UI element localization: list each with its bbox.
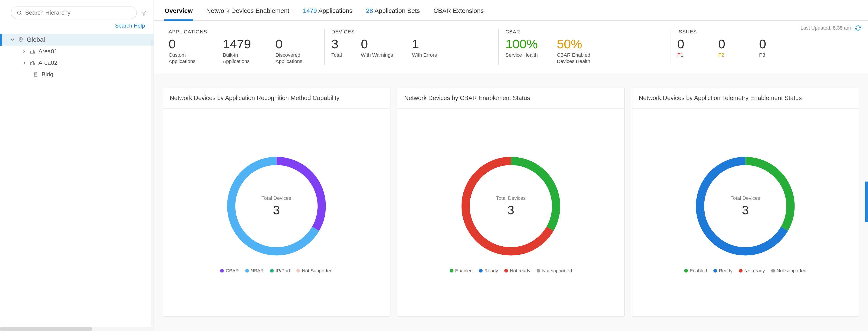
tab-network-devices-enablement[interactable]: Network Devices Enablement [206,5,290,20]
last-updated-text: Last Updated: 8:38 am [800,25,851,31]
card-title: Network Devices by Appliction Telemetry … [632,88,859,109]
metric-devices-errors[interactable]: 1 With Errors [412,37,437,58]
group-title: DEVICES [331,29,485,35]
legend-item[interactable]: Not supported [537,268,572,273]
tree-node-label: Global [27,36,45,43]
legend-label: Not Supported [302,268,332,273]
summary-devices: DEVICES 3 Total 0 With Warnings 1 With E… [324,29,499,65]
tab-applications[interactable]: 1479 Applications [303,5,353,20]
metric-discovered-applications[interactable]: 0 Discovered Applications [276,37,311,65]
metric-issues-p2[interactable]: 0 P2 [718,37,725,58]
tree-node-bldg[interactable]: Bldg [0,69,153,80]
donut-chart-2[interactable]: Total Devices 3 [452,147,569,265]
metric-label: Custom Applications [168,52,204,65]
legend-3: EnabledReadyNot readyNot supported [684,265,807,280]
building-group-icon [30,60,35,66]
svg-point-0 [18,11,21,14]
legend-label: Enabled [455,268,473,273]
svg-rect-6 [34,52,35,53]
metric-cbar-enabled-health[interactable]: 50% CBAR Enabled Devices Health [557,37,602,65]
legend-item[interactable]: Not Supported [296,268,332,273]
tree-node-global[interactable]: Global [0,34,153,45]
legend-label: Ready [485,268,498,273]
metric-label: P1 [677,52,684,59]
donut-center-label: Total Devices [731,195,760,201]
summary-issues: ISSUES 0 P1 0 P2 0 P3 [671,29,866,65]
donut-chart-1[interactable]: Total Devices 3 [218,147,335,265]
legend-item[interactable]: IP/Port [270,268,290,273]
metric-builtin-applications[interactable]: 1479 Built-in Applications [223,37,256,65]
legend-label: Enabled [690,268,707,273]
metric-service-health[interactable]: 100% Service Health [505,37,538,65]
pin-icon [18,37,24,42]
legend-dot-icon [771,269,775,272]
legend-item[interactable]: Not ready [739,268,765,273]
legend-label: Not ready [744,268,765,273]
card-app-recognition-capability: Network Devices by Application Recogniti… [163,88,390,317]
metric-devices-warnings[interactable]: 0 With Warnings [361,37,393,58]
svg-rect-4 [31,51,32,53]
building-group-icon [30,49,35,54]
legend-label: IP/Port [276,268,290,273]
tab-application-sets-label: Application Sets [373,7,420,14]
metric-label: With Warnings [361,52,393,59]
legend-dot-icon [537,269,540,272]
metric-label: Service Health [505,52,538,59]
donut-chart-3[interactable]: Total Devices 3 [686,147,804,265]
legend-item[interactable]: CBAR [220,268,239,273]
tab-application-sets-count: 28 [366,7,373,14]
tab-overview[interactable]: Overview [164,5,193,20]
metric-issues-p1[interactable]: 0 P1 [677,37,684,58]
legend-item[interactable]: Ready [479,268,498,273]
legend-dot-icon [504,269,508,272]
search-hierarchy-box[interactable] [11,6,137,19]
filter-icon[interactable] [141,10,147,16]
svg-rect-8 [32,62,33,65]
content-area: Network Devices by Application Recogniti… [154,73,868,331]
legend-label: CBAR [225,268,239,273]
metric-label: Discovered Applications [276,52,311,65]
legend-label: Not supported [542,268,572,273]
metric-total-devices[interactable]: 3 Total [331,37,342,58]
building-icon [33,72,38,77]
refresh-icon[interactable] [855,25,861,31]
main-panel: Overview Network Devices Enablement 1479… [154,0,868,331]
svg-line-1 [21,14,22,15]
tab-application-sets[interactable]: 28 Application Sets [366,5,420,20]
legend-item[interactable]: Enabled [450,268,473,273]
legend-dot-icon [713,269,717,272]
right-edge-handle[interactable] [865,181,868,222]
metric-issues-p3[interactable]: 0 P3 [759,37,766,58]
donut-center-value: 3 [731,203,760,217]
metric-label: Total [331,52,342,59]
summary-strip: Last Updated: 8:38 am APPLICATIONS 0 Cus… [154,21,868,73]
donut-center-value: 3 [261,203,291,217]
legend-item[interactable]: Not supported [771,268,807,273]
metric-value: 0 [759,37,766,51]
tab-applications-label: Applications [317,7,352,14]
legend-dot-icon [245,269,249,272]
tree-node-area01[interactable]: Area01 [0,45,153,57]
group-title: APPLICATIONS [168,29,311,35]
group-title: CBAR [505,29,657,35]
sidebar-horizontal-scrollbar[interactable] [0,327,153,331]
tree-node-area02[interactable]: Area02 [0,57,153,69]
legend-dot-icon [684,269,688,272]
legend-item[interactable]: NBAR [245,268,264,273]
card-title: Network Devices by Application Recogniti… [163,88,390,109]
legend-item[interactable]: Not ready [504,268,530,273]
metric-custom-applications[interactable]: 0 Custom Applications [168,37,204,65]
legend-dot-icon [296,269,300,272]
legend-item[interactable]: Ready [713,268,733,273]
metric-value: 3 [331,37,342,51]
sidebar-vertical-scrollbar[interactable] [151,40,153,326]
legend-item[interactable]: Enabled [684,268,707,273]
search-help-link[interactable]: Search Help [0,19,153,33]
legend-label: Ready [719,268,733,273]
search-input[interactable] [25,9,131,16]
svg-rect-9 [34,63,35,65]
tab-cbar-extensions[interactable]: CBAR Extensions [433,5,485,20]
legend-2: EnabledReadyNot readyNot supported [450,265,572,280]
donut-center-label: Total Devices [261,195,291,201]
legend-dot-icon [450,269,454,272]
